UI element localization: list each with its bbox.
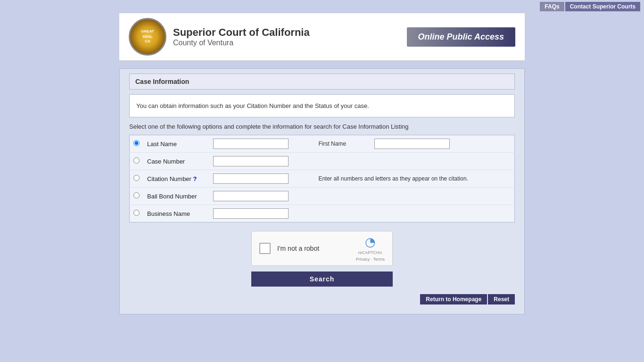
citation-number-input[interactable] bbox=[213, 173, 289, 184]
seal-text: GREATSEALCA bbox=[141, 29, 154, 44]
bail-bond-input[interactable] bbox=[213, 191, 289, 201]
contact-superior-courts-button[interactable]: Contact Superior Courts bbox=[565, 2, 640, 11]
court-name: Superior Court of California bbox=[173, 26, 310, 39]
main-content: Case Information You can obtain informat… bbox=[119, 68, 525, 314]
business-name-input[interactable] bbox=[213, 208, 289, 219]
recaptcha-checkbox[interactable] bbox=[259, 243, 271, 254]
recaptcha-brand: reCAPTCHA bbox=[358, 250, 382, 256]
info-box: You can obtain information such as your … bbox=[129, 94, 515, 117]
info-text: You can obtain information such as your … bbox=[136, 102, 369, 109]
captcha-section: I'm not a robot ◔ reCAPTCHA Privacy · Te… bbox=[129, 231, 515, 266]
reset-button[interactable]: Reset bbox=[488, 294, 515, 304]
bottom-buttons: Return to Homepage Reset bbox=[129, 294, 515, 304]
top-nav: FAQs Contact Superior Courts bbox=[0, 0, 644, 13]
section-title: Case Information bbox=[135, 78, 189, 85]
recaptcha-label: I'm not a robot bbox=[277, 245, 349, 252]
last-name-input[interactable] bbox=[213, 139, 289, 149]
recaptcha-sub: Privacy · Terms bbox=[356, 257, 385, 263]
case-number-input[interactable] bbox=[213, 156, 289, 166]
table-row: Bail Bond Number bbox=[130, 188, 515, 205]
case-number-radio[interactable] bbox=[133, 157, 140, 164]
faqs-button[interactable]: FAQs bbox=[540, 2, 564, 11]
business-name-label: Business Name bbox=[147, 210, 190, 217]
citation-number-radio[interactable] bbox=[133, 175, 140, 181]
table-row: Case Number bbox=[130, 153, 515, 170]
recaptcha-icon: ◔ bbox=[365, 235, 376, 249]
case-number-label: Case Number bbox=[147, 158, 185, 165]
return-to-homepage-button[interactable]: Return to Homepage bbox=[420, 294, 487, 304]
table-row: Last Name First Name bbox=[130, 135, 515, 153]
recaptcha-box: I'm not a robot ◔ reCAPTCHA Privacy · Te… bbox=[251, 231, 393, 266]
table-row: Business Name bbox=[130, 205, 515, 222]
section-title-bar: Case Information bbox=[129, 74, 515, 90]
last-name-label: Last Name bbox=[147, 140, 177, 148]
header: GREATSEALCA Superior Court of California… bbox=[119, 13, 525, 61]
bail-bond-radio[interactable] bbox=[133, 192, 140, 198]
california-seal: GREATSEALCA bbox=[129, 18, 166, 56]
business-name-radio[interactable] bbox=[133, 210, 140, 216]
header-left: GREATSEALCA Superior Court of California… bbox=[129, 18, 310, 56]
citation-hint: Enter all numbers and letters as they ap… bbox=[318, 175, 468, 182]
last-name-radio[interactable] bbox=[133, 140, 140, 146]
county-name: County of Ventura bbox=[173, 39, 310, 47]
citation-number-label: Citation Number ? bbox=[147, 175, 197, 182]
table-row: Citation Number ? Enter all numbers and … bbox=[130, 170, 515, 188]
first-name-input[interactable] bbox=[374, 139, 450, 149]
search-button[interactable]: Search bbox=[251, 272, 393, 287]
instruction-text: Select one of the following options and … bbox=[129, 123, 515, 130]
bail-bond-label: Bail Bond Number bbox=[147, 193, 197, 200]
court-title: Superior Court of California County of V… bbox=[173, 26, 310, 47]
search-btn-row: Search bbox=[129, 272, 515, 287]
citation-tooltip-link[interactable]: ? bbox=[193, 175, 197, 182]
search-options-table: Last Name First Name Case bbox=[129, 135, 515, 222]
opa-banner: Online Public Access bbox=[407, 27, 515, 47]
recaptcha-logo-area: ◔ reCAPTCHA Privacy · Terms bbox=[356, 235, 385, 262]
first-name-label: First Name bbox=[318, 140, 346, 147]
